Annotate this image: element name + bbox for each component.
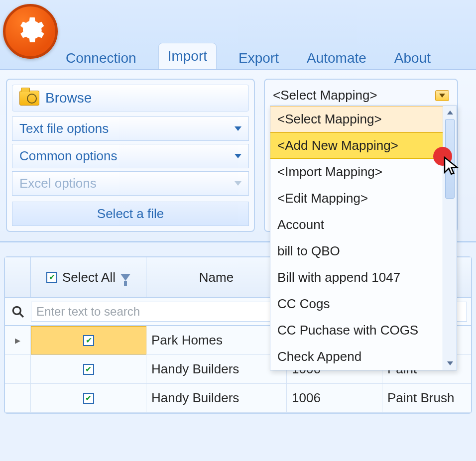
cursor-icon <box>442 156 462 176</box>
file-panel: Browse Text file options Common options … <box>6 79 255 232</box>
mapping-items: <Select Mapping> <Add New Mapping> <Impo… <box>270 106 443 370</box>
mapping-option-account[interactable]: Account <box>270 212 443 238</box>
row-indicator <box>5 355 31 383</box>
dropdown-label: Text file options <box>19 121 109 136</box>
common-options-dropdown[interactable]: Common options <box>12 144 249 168</box>
mapping-option-cc-cogs[interactable]: CC Cogs <box>270 291 443 317</box>
tab-import[interactable]: Import <box>158 43 217 69</box>
grid-row[interactable]: Handy Builders 1006 Paint Brush <box>5 384 471 413</box>
app-window: Connection Import Export Automate About … <box>0 0 476 461</box>
svg-point-0 <box>13 307 20 314</box>
select-file-button[interactable]: Select a file <box>12 202 249 226</box>
dropdown-label: Common options <box>19 148 118 164</box>
select-all-label: Select All <box>62 270 116 285</box>
mapping-combobox[interactable]: <Select Mapping> <box>265 85 457 108</box>
search-icon <box>5 305 31 318</box>
chevron-down-icon <box>235 181 241 186</box>
ribbon-bar: Connection Import Export Automate About <box>0 0 476 70</box>
row-checkbox-cell[interactable] <box>31 384 146 412</box>
mapping-panel: <Select Mapping> <Select Mapping> <Add N… <box>264 79 458 232</box>
select-all-header[interactable]: Select All <box>31 257 146 297</box>
mapping-option-cc-purchase[interactable]: CC Puchase with COGS <box>270 317 443 344</box>
mapping-option-select[interactable]: <Select Mapping> <box>270 106 443 132</box>
mapping-selected-label: <Select Mapping> <box>273 88 377 103</box>
browse-button[interactable]: Browse <box>12 85 249 112</box>
cell-name[interactable]: Park Homes <box>146 326 287 354</box>
select-all-checkbox[interactable] <box>46 272 57 283</box>
filter-icon[interactable] <box>120 274 130 281</box>
tab-export[interactable]: Export <box>233 47 285 69</box>
column-header-name[interactable]: Name <box>146 257 287 297</box>
scroll-down-icon[interactable] <box>443 358 457 369</box>
dropdown-scrollbar[interactable] <box>443 106 457 370</box>
browse-label: Browse <box>45 90 92 106</box>
row-checkbox[interactable] <box>83 393 94 404</box>
row-checkbox-cell[interactable] <box>31 355 146 383</box>
mapping-option-add-new[interactable]: <Add New Mapping> <box>270 132 443 159</box>
mapping-dropdown-list: <Select Mapping> <Add New Mapping> <Impo… <box>270 106 457 370</box>
cursor-indicator <box>433 147 452 166</box>
mapping-option-import[interactable]: <Import Mapping> <box>270 159 443 185</box>
ribbon-tabs: Connection Import Export Automate About <box>60 39 437 69</box>
app-menu-button[interactable] <box>3 4 58 59</box>
row-checkbox[interactable] <box>83 364 94 375</box>
row-indicator <box>5 384 31 412</box>
mapping-option-bill-append[interactable]: Bill with append 1047 <box>270 264 443 291</box>
cell-code[interactable]: 1006 <box>287 384 382 412</box>
text-file-options-dropdown[interactable]: Text file options <box>12 116 249 141</box>
mapping-option-edit[interactable]: <Edit Mapping> <box>270 185 443 212</box>
cell-item[interactable]: Paint Brush <box>382 384 471 412</box>
chevron-down-icon <box>235 126 241 131</box>
cell-name[interactable]: Handy Builders <box>146 384 287 412</box>
excel-options-dropdown: Excel options <box>12 171 249 196</box>
row-checkbox-cell[interactable] <box>31 326 146 354</box>
import-workarea: Browse Text file options Common options … <box>0 70 476 242</box>
svg-line-1 <box>19 313 23 317</box>
scroll-up-icon[interactable] <box>443 107 457 118</box>
mapping-option-check-append[interactable]: Check Append <box>270 344 443 370</box>
chevron-down-icon <box>235 154 241 158</box>
row-indicator <box>5 326 31 354</box>
dropdown-label: Excel options <box>19 176 97 191</box>
gear-icon <box>15 15 45 48</box>
cell-name[interactable]: Handy Builders <box>146 355 287 383</box>
tab-about[interactable]: About <box>388 47 437 69</box>
row-checkbox[interactable] <box>83 335 94 346</box>
chevron-down-icon[interactable] <box>435 90 449 101</box>
tab-connection[interactable]: Connection <box>60 47 142 69</box>
tab-automate[interactable]: Automate <box>301 47 372 69</box>
mapping-option-bill-qbo[interactable]: bill to QBO <box>270 238 443 264</box>
folder-search-icon <box>19 91 39 106</box>
row-indicator-header <box>5 257 31 297</box>
